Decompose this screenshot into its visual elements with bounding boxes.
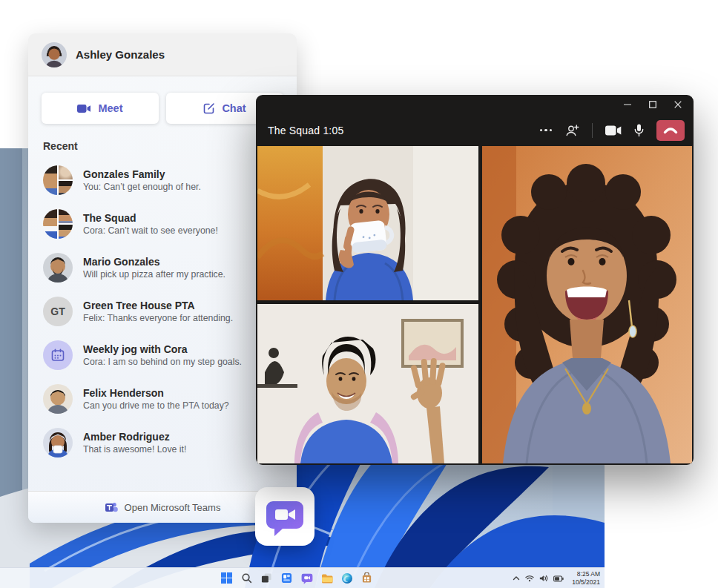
hang-up-icon (663, 127, 678, 134)
taskbar-clock[interactable]: 8:25 AM 10/5/2021 (569, 570, 600, 587)
avatar (43, 253, 73, 283)
volume-icon[interactable] (539, 575, 548, 582)
chat-name: Green Tree House PTA (83, 300, 233, 311)
chat-panel-header: Ashley Gonzales (28, 33, 297, 76)
chat-name: Mario Gonzales (83, 256, 225, 268)
chat-name: Amber Rodriguez (83, 431, 186, 443)
wifi-icon[interactable] (525, 575, 534, 582)
initials-avatar: GT (43, 297, 73, 326)
chevron-up-icon[interactable] (513, 575, 520, 581)
store-icon[interactable] (360, 571, 374, 585)
call-controls (540, 120, 694, 141)
avatar-initials: GT (50, 305, 65, 317)
minimize-button[interactable] (615, 96, 640, 113)
hang-up-button[interactable] (656, 120, 685, 141)
chat-preview: That is awesome! Love it! (83, 444, 186, 455)
chat-preview: Cora: I am so behind on my step goals. (83, 357, 242, 367)
taskbar-chat-flyout-button[interactable] (255, 487, 314, 546)
chat-preview: Will pick up pizza after my practice. (83, 269, 225, 280)
avatar (43, 384, 73, 414)
calendar-avatar (43, 340, 73, 370)
chat-name: The Squad (83, 212, 218, 224)
chat-name: Gonzales Family (83, 168, 201, 180)
video-tile-man-waving (257, 304, 478, 463)
taskbar-app-icons (220, 571, 374, 585)
video-tile-woman-with-mug (257, 146, 478, 300)
camera-icon (605, 125, 622, 136)
start-icon[interactable] (220, 571, 234, 585)
chat-video-bubble-icon (266, 498, 304, 536)
open-teams-label: Open Microsoft Teams (125, 502, 221, 513)
chat-name: Felix Henderson (83, 387, 229, 399)
chat-preview: You: Can’t get enough of her. (83, 182, 201, 192)
search-icon[interactable] (240, 571, 254, 585)
group-avatar (43, 209, 73, 239)
user-name: Ashley Gonzales (76, 48, 165, 61)
meet-button[interactable]: Meet (42, 93, 159, 124)
add-people-button[interactable] (564, 124, 579, 137)
task-view-icon[interactable] (260, 571, 274, 585)
video-tile-woman-laughing (482, 146, 692, 463)
tray-time: 8:25 AM (572, 570, 600, 578)
widgets-icon[interactable] (280, 571, 294, 585)
group-avatar (43, 165, 73, 195)
maximize-button[interactable] (640, 96, 665, 113)
avatar (43, 428, 73, 457)
chat-preview: Can you drive me to the PTA today? (83, 400, 229, 411)
meet-button-label: Meet (98, 102, 122, 114)
edge-icon[interactable] (340, 571, 354, 585)
tray-date: 10/5/2021 (572, 578, 600, 587)
chat-preview: Cora: Can’t wait to see everyone! (83, 225, 218, 236)
window-chrome (256, 95, 694, 114)
teams-logo-icon (105, 501, 118, 514)
avatar (42, 42, 67, 67)
chat-icon[interactable] (300, 571, 314, 585)
screenshot-root: 8:25 AM 10/5/2021 Ashley Gonzales Meet C… (0, 0, 718, 588)
close-button[interactable] (665, 96, 691, 113)
chat-button-label: Chat (222, 102, 246, 114)
add-people-icon (564, 124, 579, 137)
microphone-toggle-button[interactable] (634, 124, 644, 137)
video-camera-icon (77, 104, 91, 113)
call-titlebar: The Squad 1:05 (256, 114, 694, 146)
teams-call-window: The Squad 1:05 (256, 95, 694, 465)
microphone-icon (634, 124, 644, 137)
chat-preview: Felix: Thanks everyone for attending. (83, 313, 233, 323)
system-tray: 8:25 AM 10/5/2021 (513, 569, 600, 587)
more-options-button[interactable] (540, 129, 553, 132)
battery-icon[interactable] (553, 575, 564, 582)
calendar-icon (50, 348, 65, 363)
divider (592, 123, 593, 138)
taskbar: 8:25 AM 10/5/2021 (0, 567, 605, 588)
chat-name: Weekly jog with Cora (83, 343, 242, 355)
file-explorer-icon[interactable] (320, 571, 334, 585)
call-title: The Squad 1:05 (268, 125, 343, 136)
more-options-icon (540, 129, 553, 132)
camera-toggle-button[interactable] (605, 125, 622, 136)
compose-icon (203, 102, 215, 114)
